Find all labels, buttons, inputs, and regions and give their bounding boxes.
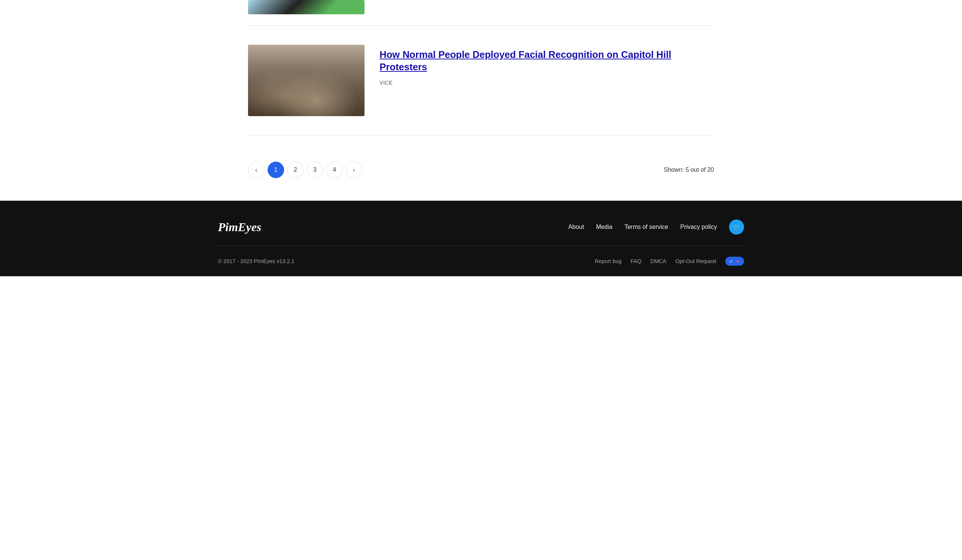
footer-link-opt-out[interactable]: Opt-Out Request: [675, 258, 716, 264]
twitter-icon: 🐦: [733, 223, 741, 231]
top-result-image: [248, 0, 365, 14]
pagination-section: ‹ 1 2 3 4 › Shown: 5 out of 20: [248, 147, 714, 201]
footer-logo: PimEyes: [218, 220, 261, 234]
footer: PimEyes About Media Terms of service Pri…: [0, 201, 962, 276]
article-title[interactable]: How Normal People Deployed Facial Recogn…: [379, 48, 714, 74]
article-source: VICE: [379, 80, 714, 86]
shown-label: Shown: 5 out of 20: [664, 166, 714, 173]
footer-nav-about[interactable]: About: [568, 224, 584, 231]
article-thumbnail[interactable]: [248, 45, 365, 116]
page-1-button[interactable]: 1: [268, 161, 284, 178]
top-image-section: [248, 0, 714, 14]
footer-link-dmca[interactable]: DMCA: [650, 258, 666, 264]
footer-copyright: © 2017 - 2023 PimEyes v13.2.1: [218, 258, 294, 264]
page-2-button[interactable]: 2: [287, 161, 303, 178]
pagination-controls: ‹ 1 2 3 4 ›: [248, 161, 362, 178]
section-divider-2: [248, 135, 714, 135]
page-3-button[interactable]: 3: [307, 161, 323, 178]
footer-inner: PimEyes About Media Terms of service Pri…: [218, 219, 744, 276]
footer-nav-media[interactable]: Media: [596, 224, 613, 231]
footer-link-faq[interactable]: FAQ: [631, 258, 641, 264]
next-page-button[interactable]: ›: [346, 161, 362, 178]
cookie-check-icon: ✓: [729, 258, 734, 264]
article-row: How Normal People Deployed Facial Recogn…: [248, 37, 714, 124]
section-divider-1: [248, 26, 714, 26]
footer-links: Report bug FAQ DMCA Opt-Out Request ✓ ✕: [595, 257, 744, 266]
footer-nav-terms[interactable]: Terms of service: [625, 224, 668, 231]
article-content: How Normal People Deployed Facial Recogn…: [379, 45, 714, 86]
footer-top: PimEyes About Media Terms of service Pri…: [218, 219, 744, 246]
twitter-button[interactable]: 🐦: [729, 219, 744, 234]
footer-link-report-bug[interactable]: Report bug: [595, 258, 621, 264]
footer-nav: About Media Terms of service Privacy pol…: [568, 219, 744, 234]
footer-nav-privacy[interactable]: Privacy policy: [680, 224, 717, 231]
article-image: [248, 45, 365, 116]
cookie-x-icon: ✕: [736, 258, 740, 264]
main-content: How Normal People Deployed Facial Recogn…: [218, 0, 744, 201]
footer-bottom: © 2017 - 2023 PimEyes v13.2.1 Report bug…: [218, 246, 744, 276]
page-4-button[interactable]: 4: [326, 161, 343, 178]
cookie-consent-badge[interactable]: ✓ ✕: [725, 257, 744, 266]
prev-page-button[interactable]: ‹: [248, 161, 265, 178]
